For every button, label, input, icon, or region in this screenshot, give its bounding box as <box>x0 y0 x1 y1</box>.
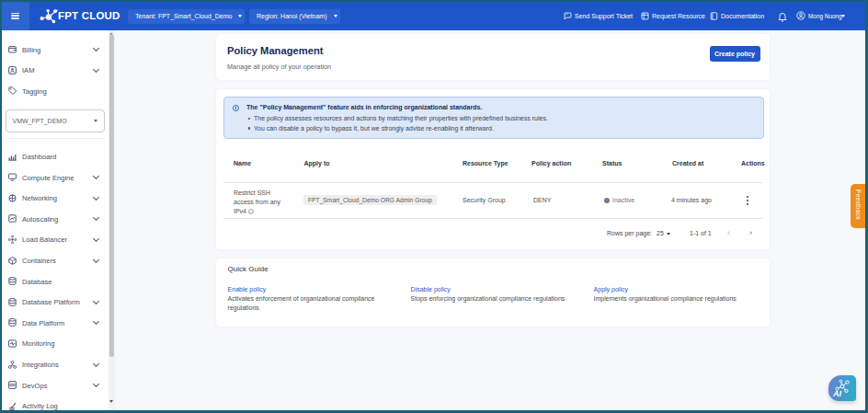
svg-text:AI: AI <box>832 389 841 398</box>
